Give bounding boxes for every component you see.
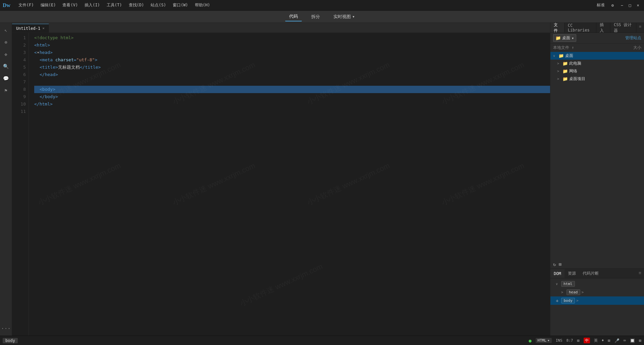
right-tab-cc[interactable]: CC Libraries (565, 23, 597, 32)
dom-tag-html: html (561, 281, 575, 287)
code-line-4: <meta charset="utf-8"> (34, 56, 550, 64)
dom-item-body[interactable]: + body > (550, 296, 644, 305)
menu-site[interactable]: 站点(S) (148, 1, 169, 9)
dom-item-head[interactable]: > head > (550, 288, 644, 296)
manage-site-link[interactable]: 管理站点 (625, 35, 641, 41)
code-content[interactable]: <!doctype html> <html> <▾head> <meta cha… (29, 33, 550, 336)
refresh-icon[interactable]: ↻ (553, 262, 556, 267)
status-language[interactable]: HTML ▾ (536, 338, 552, 343)
status-keyboard: ⌨ (624, 338, 626, 343)
main-toolbar: 代码 拆分 实时视图 ▾ (0, 11, 644, 23)
gear-settings[interactable]: ⚙ (609, 2, 616, 8)
close-button[interactable]: × (635, 2, 641, 9)
status-indicator: ● (529, 338, 531, 343)
window-controls: − □ × (619, 2, 641, 9)
dom-tree: ∨ html > head > + body > (550, 278, 644, 336)
move-icon[interactable]: ✥ (1, 50, 11, 59)
code-line-10: </html> (34, 100, 550, 108)
editor-area: Untitled-1 × 小小软件迷 www.xxrjm.com 小小软件迷 w… (12, 23, 550, 336)
site-dropdown[interactable]: 📁 桌面 ▾ (553, 34, 576, 42)
folder-icon-sm: 📁 (555, 36, 561, 41)
status-ime[interactable]: 中 (584, 338, 590, 343)
tab-split[interactable]: 拆分 (307, 12, 324, 21)
dom-tab-more[interactable]: ≡ (636, 269, 644, 278)
line-numbers: 1 2 3 4 5 6 7 8 9 10 11 (12, 33, 29, 336)
dom-add-icon[interactable]: + (556, 298, 558, 303)
panel-settings-icon[interactable]: ⊞ (558, 262, 561, 267)
status-position: 8:7 (567, 338, 573, 343)
desktop-folder-icon: 📁 (558, 53, 564, 58)
minimize-button[interactable]: − (619, 2, 625, 9)
status-ins: INS (556, 338, 562, 343)
code-line-11 (34, 108, 550, 115)
status-bar: body ● HTML ▾ INS 8:7 ⊞ 中 英 ♦ ⊞ 🎤 ⌨ 🔲 ⊞ (0, 336, 644, 345)
code-area: 1 2 3 4 5 6 7 8 9 10 11 <!doctype html> (12, 33, 550, 336)
dom-tag-head: head (567, 289, 580, 295)
tree-label-desktop: 桌面 (565, 53, 573, 59)
tab-close-button[interactable]: × (42, 26, 45, 30)
tree-item-desktop[interactable]: ∨ 📁 桌面 (550, 52, 644, 60)
dom-tag-body: body (561, 298, 575, 303)
right-panel: 文件 CC Libraries 插入 CSS 设计器 ≡ 📁 桌面 ▾ 管理站点 (550, 23, 644, 336)
profile-selector[interactable]: 标准 (595, 2, 607, 9)
bookmark-icon[interactable]: ⚑ (1, 86, 11, 95)
left-sidebar: ↖ ⊕ ✥ 🔍 💬 ⚑ ··· (0, 23, 12, 336)
network-folder-icon: 📁 (562, 69, 568, 74)
code-line-6: </head> (34, 71, 550, 78)
dom-item-html[interactable]: ∨ html (550, 280, 644, 288)
right-panel-tabs: 文件 CC Libraries 插入 CSS 设计器 ≡ (550, 23, 644, 33)
code-line-9: </body> (34, 93, 550, 100)
menu-bar: 文件(F) 编辑(E) 查看(V) 插入(I) 工具(T) 查找(D) 站点(S… (16, 1, 595, 9)
dom-tab-dom[interactable]: DOM (550, 269, 565, 278)
code-line-5: <title>无标题文档</title> (34, 64, 550, 71)
status-screen-icon: ⊞ (577, 338, 579, 343)
tree-label-proj: 桌面项目 (569, 76, 585, 82)
tab-bar: Untitled-1 × (12, 23, 550, 33)
search-icon[interactable]: 🔍 (1, 62, 11, 71)
right-panel-more[interactable]: ≡ (636, 23, 644, 32)
tree-item-network[interactable]: > 📁 网络 (550, 67, 644, 75)
file-tab-name: Untitled-1 (16, 26, 40, 31)
dom-panel: DOM 资源 代码片断 ≡ ∨ html > head (550, 269, 644, 336)
file-panel: 📁 桌面 ▾ 管理站点 本地文件 ↑ 大小 ∨ 📁 桌面 > (550, 33, 644, 269)
right-tab-insert[interactable]: 插入 (596, 23, 610, 32)
status-extra3: ⊞ (608, 338, 610, 343)
tab-preview[interactable]: 实时视图 ▾ (329, 12, 359, 21)
tree-item-pc[interactable]: > 📁 此电脑 (550, 60, 644, 67)
dom-panel-tabs: DOM 资源 代码片断 ≡ (550, 269, 644, 278)
menu-insert[interactable]: 插入(I) (82, 1, 103, 9)
tree-item-desktop-project[interactable]: > 📁 桌面项目 (550, 75, 644, 83)
status-mic: 🎤 (614, 338, 620, 343)
more-icon[interactable]: ··· (1, 324, 11, 333)
comment-icon[interactable]: 💬 (1, 74, 11, 83)
dom-tab-assets[interactable]: 资源 (565, 269, 579, 278)
maximize-button[interactable]: □ (627, 2, 633, 9)
menu-tools[interactable]: 工具(T) (104, 1, 125, 9)
file-tab-active[interactable]: Untitled-1 × (12, 24, 49, 32)
right-panel-footer: ↻ ⊞ (550, 260, 644, 269)
menu-help[interactable]: 帮助(H) (192, 1, 213, 9)
menu-find[interactable]: 查找(D) (126, 1, 147, 9)
file-tree: ∨ 📁 桌面 > 📁 此电脑 > 📁 网络 > (550, 52, 644, 260)
code-line-2: <html> (34, 42, 550, 49)
menu-file[interactable]: 文件(F) (16, 1, 37, 9)
status-grid: 🔲 (630, 338, 635, 343)
size-column-label: 大小 (633, 45, 641, 51)
tab-code[interactable]: 代码 (285, 12, 302, 21)
local-files-label: 本地文件 ↑ (553, 45, 574, 51)
menu-edit[interactable]: 编辑(E) (38, 1, 59, 9)
project-folder-icon: 📁 (562, 76, 568, 81)
menu-window[interactable]: 窗口(W) (170, 1, 191, 9)
right-tab-files[interactable]: 文件 (550, 23, 565, 32)
expand-proj-icon: > (557, 77, 561, 81)
code-editor[interactable]: 小小软件迷 www.xxrjm.com 小小软件迷 www.xxrjm.com … (12, 33, 550, 336)
cursor-icon[interactable]: ↖ (1, 25, 11, 35)
menu-view[interactable]: 查看(V) (60, 1, 80, 9)
code-line-8: <body> (34, 86, 550, 93)
right-tab-css[interactable]: CSS 设计器 (610, 23, 636, 32)
code-line-7 (34, 78, 550, 86)
insert-div-icon[interactable]: ⊕ (1, 38, 11, 47)
status-right: ● HTML ▾ INS 8:7 ⊞ 中 英 ♦ ⊞ 🎤 ⌨ 🔲 ⊞ (529, 338, 641, 343)
expand-desktop-icon: ∨ (553, 54, 557, 58)
dom-tab-snippets[interactable]: 代码片断 (579, 269, 602, 278)
